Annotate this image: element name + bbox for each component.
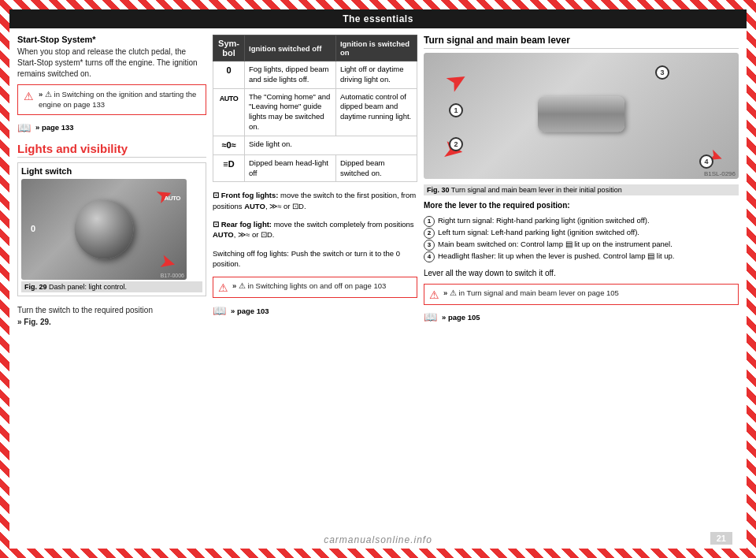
fog-rear-label: ⊡ Rear fog light: (213, 220, 272, 229)
start-stop-section: Start-Stop System* When you stop and rel… (17, 35, 206, 80)
book-icon-3: 📖 (424, 311, 437, 323)
item-num-4: 4 (424, 251, 435, 262)
symbol-dipped: ≡D (213, 154, 245, 182)
fog-warning-box: ⚠ » ⚠ in Switching lights on and off on … (213, 277, 417, 298)
fig30-caption: Fig. 30 Turn signal and main beam lever … (424, 184, 739, 195)
item-num-2: 2 (424, 228, 435, 239)
start-stop-warning-box: ⚠ » ⚠ in Switching on the ignition and s… (17, 84, 206, 115)
list-item: 1 Right turn signal: Right-hand parking … (424, 215, 739, 227)
col-ign-off-header: Ignition switched off (245, 35, 336, 61)
item-text-4: Headlight flasher: lit up when the lever… (438, 251, 675, 262)
turn-text2: » Fig. 29. (17, 318, 51, 326)
lights-section-title: Lights and visibility (17, 142, 206, 158)
item-num-1: 1 (424, 216, 435, 227)
start-stop-book-ref: 📖 » page 133 (17, 121, 206, 134)
lever-body (538, 96, 624, 132)
left-column: Start-Stop System* When you stop and rel… (17, 35, 206, 542)
outer-border: The essentials Start-Stop System* When y… (0, 0, 756, 558)
start-stop-warning-text: » ⚠ in Switching on the ignition and sta… (39, 89, 200, 110)
num-badge-2: 2 (449, 137, 463, 151)
lever-book-ref: 📖 » page 105 (424, 311, 739, 323)
lever-off-text: Lever all the way down to switch it off. (424, 269, 739, 277)
symbol-sidelight: ≈0≈ (213, 136, 245, 154)
knob-label-auto: AUTO (164, 195, 180, 202)
list-item: 3 Main beam switched on: Control lamp ▤ … (424, 239, 739, 251)
item-num-3: 3 (424, 240, 435, 251)
turn-signal-title: Turn signal and main beam lever (424, 35, 739, 49)
light-switch-label: Light switch (21, 166, 202, 176)
num-badge-4: 4 (699, 154, 713, 169)
fog-off-text: Switching off fog lights: Push the switc… (213, 248, 417, 270)
fig30-bold: Fig. 30 (427, 186, 450, 194)
fig30-num: B1SL-0296 (704, 170, 736, 177)
fog-front-label: ⊡ Front fog lights: (213, 191, 278, 199)
header-bar: The essentials (9, 9, 747, 28)
table-row: 0 Fog lights, dipped beam and side light… (213, 61, 417, 89)
fig29-bold: Fig. 29 (24, 283, 47, 291)
main-content: Start-Stop System* When you stop and rel… (9, 28, 747, 549)
book-icon-2: 📖 (213, 304, 226, 317)
book-page-103: » page 103 (231, 307, 269, 315)
book-icon-1: 📖 (17, 121, 31, 134)
rowDipped-col2: Dipped beam head-light off (245, 154, 336, 182)
turn-pos-text: Turn the switch to the required position… (17, 304, 206, 328)
turn-text1: Turn the switch to the required position (17, 306, 153, 314)
warning-arrow: » (39, 90, 43, 99)
light-switch-image: ➤ ➤ 0 AUTO B17-0006 (21, 179, 187, 280)
middle-column: Sym-bol Ignition switched off Ignition i… (213, 35, 417, 542)
knob-label-0: 0 (31, 224, 35, 233)
right-column: Turn signal and main beam lever ➤ ➤ ➤ 1 … (424, 35, 739, 542)
warning-triangle-icon: ⚠ (24, 90, 34, 102)
lever-image: ➤ ➤ ➤ 1 2 3 4 B1SL-0296 (424, 53, 739, 179)
watermark: carmanualsonline.info (9, 531, 747, 549)
symbol-table: Sym-bol Ignition switched off Ignition i… (213, 35, 417, 182)
rowAuto-col2: The "Coming home" and "Leaving home" gui… (245, 88, 336, 136)
col-ign-on-header: Ignition is switched on (335, 35, 417, 61)
warning-icon-inline: ⚠ (45, 90, 52, 99)
table-row: AUTO The "Coming home" and "Leaving home… (213, 88, 417, 136)
list-item: 4 Headlight flasher: lit up when the lev… (424, 251, 739, 262)
lever-instructions: More the lever to the required position: (424, 201, 739, 210)
inner-white: The essentials Start-Stop System* When y… (9, 9, 747, 549)
start-stop-title: Start-Stop System* (17, 35, 206, 44)
item-text-3: Main beam switched on: Control lamp ▤ li… (438, 239, 673, 250)
num-badge-3: 3 (655, 65, 669, 80)
lever-warning-box: ⚠ » ⚠ in Turn signal and main beam lever… (424, 284, 739, 305)
fog-rear-text: ⊡ Rear fog light: move the switch comple… (213, 219, 417, 240)
warning-triangle-icon-3: ⚠ (429, 288, 439, 301)
start-stop-body: When you stop and release the clutch ped… (17, 46, 206, 80)
num-badge-1: 1 (449, 103, 463, 117)
warning-triangle-icon-2: ⚠ (218, 281, 228, 294)
symbol-auto: AUTO (213, 88, 245, 136)
fig29-caption: Fig. 29 Dash panel: light control. (21, 281, 202, 292)
symbol-0: 0 (213, 61, 245, 89)
fig30-text: Turn signal and main beam lever in their… (451, 186, 622, 194)
rowDipped-col3: Dipped beam switched on. (335, 154, 417, 182)
book-page-133: » page 133 (35, 123, 74, 132)
lever-list: 1 Right turn signal: Right-hand parking … (424, 215, 739, 262)
header-title: The essentials (343, 13, 413, 24)
book-page-105: » page 105 (442, 313, 480, 322)
col-symbol-header: Sym-bol (213, 35, 245, 61)
table-header-row: Sym-bol Ignition switched off Ignition i… (213, 35, 417, 61)
fog-front-text: ⊡ Front fog lights: move the switch to t… (213, 190, 417, 211)
list-item: 2 Left turn signal: Left-hand parking li… (424, 227, 739, 239)
fog-book-ref: 📖 » page 103 (213, 304, 417, 317)
row0-col2: Fog lights, dipped beam and side lights … (245, 61, 336, 89)
lever-warning-text: » ⚠ in Turn signal and main beam lever o… (443, 288, 619, 298)
arrow-bottom-icon: ➤ (158, 251, 177, 275)
fog-warning-text: » ⚠ in Switching lights on and off on pa… (232, 281, 386, 291)
row-sidelight-col23: Side light on. (245, 136, 417, 154)
lever-background: ➤ ➤ ➤ 1 2 3 4 B1SL-0296 (424, 53, 739, 179)
table-row: ≈0≈ Side light on. (213, 136, 417, 154)
arrow-up-left-icon: ➤ (442, 65, 470, 97)
fig-number-ls: B17-0006 (161, 273, 184, 278)
row0-col3: Light off or daytime driving light on. (335, 61, 417, 89)
item-text-2: Left turn signal: Left-hand parking ligh… (438, 227, 639, 238)
table-row: ≡D Dipped beam head-light off Dipped bea… (213, 154, 417, 182)
item-text-1: Right turn signal: Right-hand parking li… (438, 215, 650, 226)
fig29-text: Dash panel: light control. (49, 283, 127, 291)
light-switch-box: Light switch ➤ ➤ 0 AUTO B17-0006 Fig. 29… (17, 162, 206, 296)
rowAuto-col3: Automatic control of dipped beam and day… (335, 88, 417, 136)
light-switch-knob (75, 199, 134, 259)
